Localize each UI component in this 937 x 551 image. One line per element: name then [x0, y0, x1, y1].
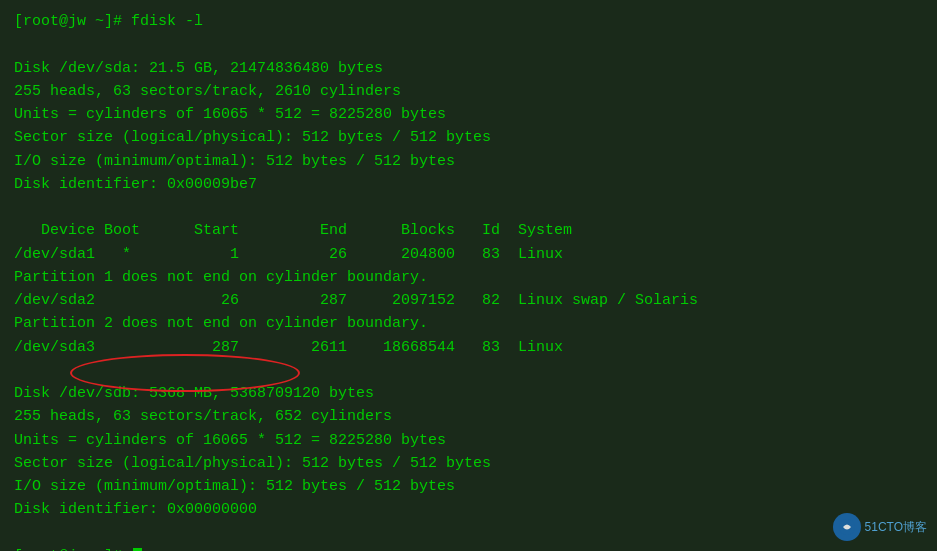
- output-line: Units = cylinders of 16065 * 512 = 82252…: [14, 429, 923, 452]
- output-line: /dev/sda1 * 1 26 204800 83 Linux: [14, 243, 923, 266]
- output-line: 255 heads, 63 sectors/track, 652 cylinde…: [14, 405, 923, 428]
- output-line: I/O size (minimum/optimal): 512 bytes / …: [14, 150, 923, 173]
- output-line: Sector size (logical/physical): 512 byte…: [14, 452, 923, 475]
- output-line: /dev/sda2 26 287 2097152 82 Linux swap /…: [14, 289, 923, 312]
- output-line: Disk identifier: 0x00009be7: [14, 173, 923, 196]
- watermark: 51CTO博客: [833, 513, 927, 541]
- output-line: Disk /dev/sda: 21.5 GB, 21474836480 byte…: [14, 57, 923, 80]
- output-line: Disk identifier: 0x00000000: [14, 498, 923, 521]
- output-line: Disk /dev/sdb: 5368 MB, 5368709120 bytes: [14, 382, 923, 405]
- output-line: Partition 1 does not end on cylinder bou…: [14, 266, 923, 289]
- prompt-line: [root@jw ~]#: [14, 545, 923, 551]
- output-line: Device Boot Start End Blocks Id System: [14, 219, 923, 242]
- output-line: Sector size (logical/physical): 512 byte…: [14, 126, 923, 149]
- prompt-line: [root@jw ~]# fdisk -l: [14, 10, 923, 33]
- watermark-text: 51CTO博客: [865, 518, 927, 537]
- output-line: I/O size (minimum/optimal): 512 bytes / …: [14, 475, 923, 498]
- terminal: [root@jw ~]# fdisk -lDisk /dev/sda: 21.5…: [0, 0, 937, 551]
- output-line: 255 heads, 63 sectors/track, 2610 cylind…: [14, 80, 923, 103]
- output-line: /dev/sda3 287 2611 18668544 83 Linux: [14, 336, 923, 359]
- watermark-logo: [833, 513, 861, 541]
- output-line: Partition 2 does not end on cylinder bou…: [14, 312, 923, 335]
- output-line: Units = cylinders of 16065 * 512 = 82252…: [14, 103, 923, 126]
